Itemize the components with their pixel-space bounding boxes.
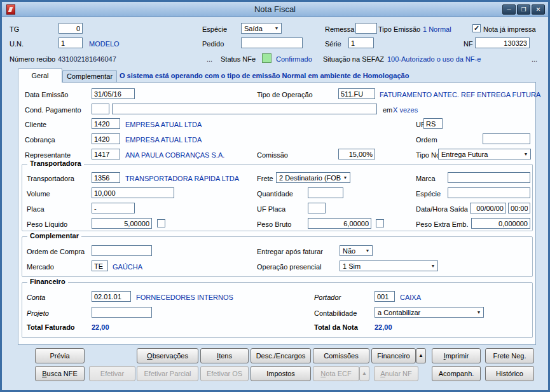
- placa-input[interactable]: [92, 203, 135, 213]
- serie-input[interactable]: [348, 37, 374, 48]
- chevron-down-icon: [364, 246, 371, 255]
- efetivar-button: Efetivar: [89, 366, 135, 381]
- frete-neg-button[interactable]: Frete Neg.: [485, 348, 534, 363]
- cond-pagamento-code-input[interactable]: [92, 104, 109, 114]
- peso-liquido-checkbox[interactable]: [157, 219, 165, 227]
- transportadora-group-title: Transportadora: [27, 159, 84, 167]
- cond-pagamento-desc-input[interactable]: [112, 104, 377, 114]
- tg-input[interactable]: [58, 23, 83, 34]
- ordem-compra-input[interactable]: [92, 245, 152, 256]
- conta-input[interactable]: [92, 291, 131, 302]
- especie-label: Espécie: [202, 25, 227, 34]
- uf-input[interactable]: [423, 118, 443, 129]
- entregar-apos-faturar-select[interactable]: Não: [340, 245, 373, 256]
- maximize-button[interactable]: ❐: [517, 4, 530, 15]
- especie-embalagem-input[interactable]: [448, 187, 530, 198]
- un-input[interactable]: [58, 37, 83, 48]
- efetivar-parcial-button: Efetivar Parcial: [137, 366, 198, 381]
- total-faturado-value: 22,00: [92, 323, 109, 332]
- mercado-desc: GAÚCHA: [113, 263, 142, 271]
- ordem-input[interactable]: [483, 133, 530, 144]
- transportadora-label: Transportadora: [27, 175, 74, 183]
- nota-ecf-button: Nota ECF: [313, 366, 359, 381]
- tab-complementar[interactable]: Complementar: [62, 70, 117, 83]
- contabilidade-select-value: a Contabilizar: [378, 308, 474, 317]
- conta-label: Conta: [27, 294, 45, 302]
- placa-label: Placa: [27, 205, 45, 213]
- mercado-label: Mercado: [27, 263, 54, 271]
- recibo-more-button[interactable]: ...: [207, 55, 212, 64]
- nota-ja-impressa-checkbox[interactable]: [472, 24, 481, 32]
- marca-input[interactable]: [448, 172, 530, 183]
- representante-label: Representante: [25, 151, 71, 159]
- financeiro-button[interactable]: Financeiro: [371, 348, 416, 363]
- status-nfe-label: Status NFe: [221, 55, 256, 64]
- conta-desc: FORNECEDORES INTERNOS: [136, 294, 233, 302]
- peso-bruto-checkbox[interactable]: [376, 219, 384, 227]
- chevron-down-icon: [522, 149, 530, 159]
- cliente-label: Cliente: [25, 121, 46, 129]
- comissao-label: Comissão: [257, 151, 288, 159]
- uf-placa-input[interactable]: [308, 203, 326, 213]
- itens-button[interactable]: Itens: [200, 348, 249, 363]
- previa-button[interactable]: Prévia: [35, 348, 85, 363]
- desc-encargos-button[interactable]: Desc./Encargos: [251, 348, 311, 363]
- operacao-presencial-select[interactable]: 1 Sim: [340, 260, 438, 271]
- busca-nfe-button[interactable]: Busca NFE: [35, 366, 85, 381]
- acompanh-button[interactable]: Acompanh.: [432, 366, 481, 381]
- representante-input[interactable]: [92, 149, 120, 159]
- peso-liquido-input[interactable]: [92, 218, 152, 229]
- portador-desc: CAIXA: [400, 294, 421, 302]
- historico-button[interactable]: Histórico: [485, 366, 534, 381]
- comissoes-button[interactable]: Comissões: [313, 348, 369, 363]
- ordem-compra-label: Ordem de Compra: [27, 248, 85, 256]
- cobranca-input[interactable]: [92, 133, 120, 144]
- tab-geral[interactable]: Geral: [18, 68, 62, 83]
- cobranca-label: Cobrança: [25, 136, 55, 144]
- especie-select[interactable]: Saída: [241, 23, 282, 34]
- tipo-nota-select-value: Entrega Futura: [441, 150, 521, 159]
- contabilidade-select[interactable]: a Contabilizar: [375, 307, 484, 318]
- situacao-sefaz-label: Situação na SEFAZ: [323, 55, 384, 64]
- mercado-input[interactable]: [92, 260, 108, 271]
- tipo-operacao-input[interactable]: [338, 88, 375, 99]
- cliente-input[interactable]: [92, 118, 120, 129]
- frete-label: Frete: [257, 175, 273, 183]
- imprimir-button[interactable]: Imprimir: [432, 348, 481, 363]
- pedido-input[interactable]: [241, 37, 303, 48]
- hora-saida-input[interactable]: [508, 203, 530, 213]
- tipo-emissao-label: Tipo Emissão: [378, 25, 420, 34]
- peso-bruto-input[interactable]: [308, 218, 371, 229]
- nf-label: NF: [464, 40, 473, 48]
- remessa-input[interactable]: [355, 23, 377, 34]
- volume-input[interactable]: [92, 187, 174, 198]
- numero-recibo-label: Número recibo: [10, 55, 55, 64]
- total-da-nota-label: Total da Nota: [314, 323, 358, 332]
- quantidade-input[interactable]: [308, 187, 343, 198]
- frete-select[interactable]: 2 Destinatario (FOB: [276, 172, 350, 183]
- data-emissao-input[interactable]: [92, 88, 135, 99]
- transportadora-input[interactable]: [92, 172, 120, 183]
- status-nfe-value: Confirmado: [276, 55, 312, 64]
- nota-fiscal-window: Nota Fiscal ─ ❐ ✕ TG Espécie Saída Remes…: [0, 0, 550, 392]
- impostos-button[interactable]: Impostos: [251, 366, 311, 381]
- chevron-down-icon: [341, 173, 349, 182]
- data-saida-input[interactable]: [470, 203, 506, 213]
- peso-liquido-label: Peso Líquido: [27, 220, 67, 229]
- minimize-button[interactable]: ─: [502, 4, 516, 15]
- tipo-operacao-label: Tipo de Operação: [257, 91, 313, 99]
- comissao-input[interactable]: [338, 149, 375, 159]
- financeiro-expand-button[interactable]: ▲: [416, 348, 426, 363]
- nf-input[interactable]: [475, 37, 530, 48]
- observacoes-button[interactable]: Observações: [137, 348, 198, 363]
- window-title: Nota Fiscal: [2, 2, 548, 17]
- peso-extra-input[interactable]: [471, 218, 530, 229]
- volume-label: Volume: [27, 190, 50, 198]
- close-button[interactable]: ✕: [532, 4, 545, 15]
- projeto-input[interactable]: [92, 307, 152, 318]
- tipo-emissao-value: 1 Normal: [423, 25, 451, 34]
- sefaz-more-button[interactable]: ...: [532, 55, 537, 64]
- portador-input[interactable]: [375, 291, 395, 302]
- data-hora-saida-label: Data/Hora Saída: [416, 205, 468, 213]
- tipo-nota-select[interactable]: Entrega Futura: [438, 149, 531, 159]
